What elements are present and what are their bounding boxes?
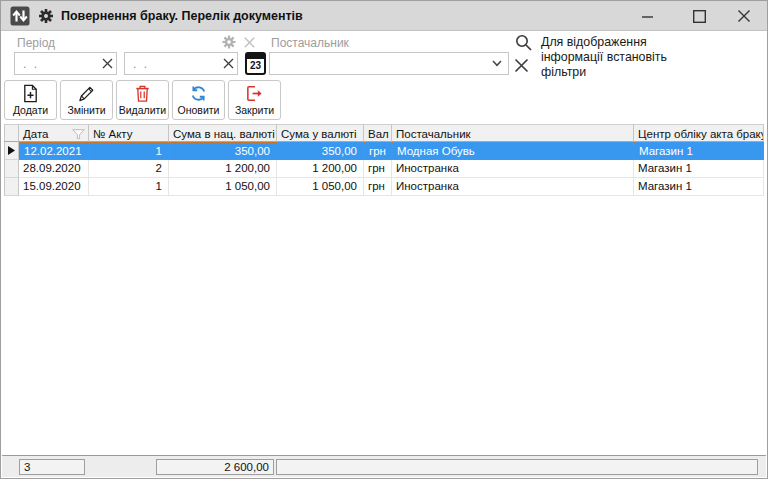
title-bar: Повернення браку. Перелік документів — [1, 1, 767, 31]
calendar-day: 23 — [250, 60, 261, 71]
cell-date[interactable]: 28.09.2020 — [19, 160, 89, 178]
cell-currency[interactable]: грн — [364, 142, 392, 160]
column-header-date[interactable]: Дата — [19, 124, 89, 142]
documents-table: Дата № Акту Сума в нац. валюті Сума у ва… — [4, 124, 764, 196]
column-header-sum-national[interactable]: Сума в нац. валюті — [169, 124, 277, 142]
period-clear-icon[interactable] — [244, 37, 255, 48]
column-header-accounting-center[interactable]: Центр обліку акта браку — [634, 124, 764, 142]
cell-sum-currency[interactable]: 1 200,00 — [277, 160, 364, 178]
close-button-label: Закрити — [235, 104, 274, 116]
cell-act-number[interactable]: 1 — [89, 178, 169, 196]
table-row[interactable]: 15.09.2020 1 1 050,00 1 050,00 грн Иност… — [4, 178, 764, 196]
supplier-clear-icon[interactable] — [514, 58, 529, 73]
calendar-icon[interactable]: 23 — [245, 52, 266, 75]
cell-accounting-center[interactable]: Магазин 1 — [634, 160, 764, 178]
refresh-button[interactable]: Оновити — [172, 80, 225, 120]
cell-accounting-center[interactable]: Магазин 1 — [634, 178, 764, 196]
filter-funnel-icon[interactable] — [72, 129, 85, 140]
record-count: 3 — [19, 459, 85, 475]
row-pointer-icon — [8, 146, 15, 155]
cell-date[interactable]: 15.09.2020 — [19, 178, 89, 196]
trash-icon — [133, 84, 152, 103]
cell-sum-national[interactable]: 1 200,00 — [169, 160, 277, 178]
total-sum: 2 600,00 — [156, 459, 274, 475]
maximize-button[interactable] — [686, 5, 712, 27]
column-header-sum-currency[interactable]: Сума у валюті — [277, 124, 364, 142]
supplier-search-icon[interactable] — [515, 34, 532, 51]
add-button[interactable]: Додати — [4, 80, 57, 120]
cell-currency[interactable]: грн — [364, 160, 392, 178]
date-to-field[interactable] — [125, 53, 219, 74]
refresh-icon — [189, 84, 208, 103]
minimize-button[interactable] — [634, 5, 660, 27]
delete-button-label: Видалити — [119, 104, 167, 116]
date-from-clear-icon[interactable] — [98, 53, 116, 74]
status-bar: 3 2 600,00 — [2, 455, 766, 477]
cell-sum-currency[interactable]: 1 050,00 — [277, 178, 364, 196]
table-row[interactable]: 28.09.2020 2 1 200,00 1 200,00 грн Иност… — [4, 160, 764, 178]
supplier-combobox[interactable] — [269, 52, 509, 75]
cell-currency[interactable]: грн — [364, 178, 392, 196]
cell-sum-national[interactable]: 1 050,00 — [169, 178, 277, 196]
filter-panel: Період 23 Постачальник — [1, 32, 767, 79]
date-to-clear-icon[interactable] — [219, 53, 237, 74]
sort-arrows-app-icon — [10, 6, 30, 26]
date-from-field[interactable] — [15, 53, 98, 74]
column-header-currency[interactable]: Вал — [364, 124, 392, 142]
cell-act-number[interactable]: 1 — [89, 142, 169, 160]
cell-sum-currency[interactable]: 350,00 — [277, 142, 364, 160]
window-title: Повернення браку. Перелік документів — [61, 9, 303, 23]
add-button-label: Додати — [13, 104, 48, 116]
column-header-act-number[interactable]: № Акту — [89, 124, 169, 142]
filter-hint-text: Для відображення інформації встановіть ф… — [541, 35, 693, 80]
row-selector — [4, 178, 19, 196]
edit-button-label: Змінити — [67, 104, 105, 116]
column-header-supplier[interactable]: Постачальник — [392, 124, 634, 142]
cell-supplier[interactable]: Модная Обувь — [392, 142, 634, 160]
edit-button[interactable]: Змінити — [60, 80, 113, 120]
cell-date[interactable]: 12.02.2021 — [19, 142, 89, 160]
row-selector-header — [4, 124, 19, 142]
table-header-row: Дата № Акту Сума в нац. валюті Сума у ва… — [4, 124, 764, 142]
cell-supplier[interactable]: Иностранка — [392, 160, 634, 178]
cell-accounting-center[interactable]: Магазин 1 — [634, 142, 764, 160]
table-row[interactable]: 12.02.2021 1 350,00 350,00 грн Модная Об… — [4, 142, 764, 160]
current-row-marker — [4, 142, 19, 160]
gear-icon — [38, 8, 54, 24]
close-button[interactable]: Закрити — [228, 80, 281, 120]
chevron-down-icon[interactable] — [486, 60, 508, 67]
supplier-label: Постачальник — [271, 36, 349, 50]
period-settings-gear-icon[interactable] — [222, 35, 236, 49]
close-window-button[interactable] — [731, 5, 757, 27]
pencil-icon — [77, 84, 96, 103]
delete-button[interactable]: Видалити — [116, 80, 169, 120]
toolbar: Додати Змінити Видалити — [4, 80, 281, 121]
cell-act-number[interactable]: 2 — [89, 160, 169, 178]
app-window: Повернення браку. Перелік документів Пер… — [0, 0, 768, 479]
refresh-button-label: Оновити — [178, 104, 220, 116]
date-to-input[interactable] — [124, 52, 238, 75]
row-selector — [4, 160, 19, 178]
status-empty-panel — [276, 459, 758, 475]
period-label: Період — [17, 36, 55, 50]
add-document-icon — [21, 84, 40, 103]
cell-sum-national[interactable]: 350,00 — [169, 142, 277, 160]
exit-icon — [245, 84, 264, 103]
date-from-input[interactable] — [14, 52, 117, 75]
cell-supplier[interactable]: Иностранка — [392, 178, 634, 196]
